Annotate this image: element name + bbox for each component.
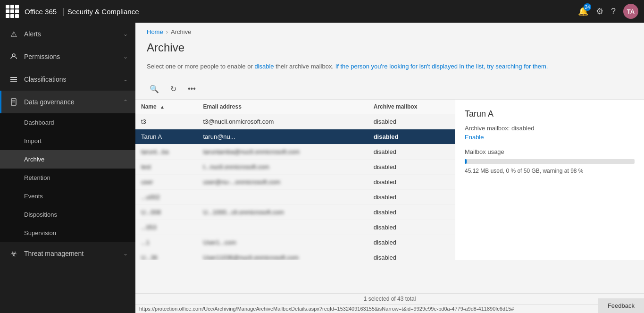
breadcrumb-home-link[interactable]: Home: [147, 28, 163, 35]
cell-email: user@nu-...onmicrosoft.com: [198, 174, 368, 189]
cell-archive: disabled: [368, 129, 455, 144]
detail-panel: Tarun A Archive mailbox: disabled Enable…: [455, 100, 644, 260]
sidebar-subitem-events[interactable]: Events: [0, 187, 135, 205]
table-row[interactable]: t3t3@nucll.onmicrosoft.comdisabled: [135, 114, 455, 129]
search-help-link[interactable]: If the person you're looking for isn't d…: [335, 63, 548, 70]
sidebar-subitem-import[interactable]: Import: [0, 132, 135, 150]
notification-count: 24: [584, 3, 591, 11]
table-row[interactable]: U...008U...1000...cll.onmicrosoft.comdis…: [135, 204, 455, 220]
breadcrumb-separator: ›: [166, 28, 168, 35]
alert-icon: ⚠: [9, 29, 18, 39]
status-text: 1 selected of 43 total: [364, 296, 416, 302]
col-email[interactable]: Email address: [198, 100, 368, 114]
description-middle: their archive mailbox.: [276, 63, 334, 70]
cell-archive: disabled: [368, 204, 455, 220]
sidebar-subitem-dispositions[interactable]: Dispositions: [0, 205, 135, 224]
sidebar-item-classifications[interactable]: Classifications ⌄: [0, 68, 135, 91]
col-name[interactable]: Name ▲: [135, 100, 198, 114]
notifications-button[interactable]: 🔔 24: [578, 6, 588, 17]
table-row[interactable]: Tarun Atarun@nu...disabled: [135, 129, 455, 144]
cell-archive: disabled: [368, 189, 455, 204]
search-button[interactable]: 🔍: [147, 83, 162, 95]
table-row[interactable]: ...1User1...comdisabled: [135, 235, 455, 250]
sidebar-item-permissions[interactable]: Permissions ⌄: [0, 45, 135, 68]
more-button[interactable]: •••: [185, 83, 199, 95]
cell-name: ...053: [135, 220, 198, 235]
permissions-icon: [9, 52, 18, 61]
sidebar-item-data-governance[interactable]: Data governance ⌃: [0, 91, 135, 113]
help-button[interactable]: ?: [611, 7, 616, 17]
archive-table: Name ▲ Email address Archive mailbox: [135, 100, 455, 260]
waffle-button[interactable]: [6, 5, 19, 18]
cell-name: U...008: [135, 204, 198, 220]
sort-icon: ▲: [160, 104, 165, 110]
refresh-button[interactable]: ↻: [167, 83, 179, 95]
page-description: Select one or more people to enable or d…: [135, 62, 644, 79]
chevron-down-icon: ⌄: [123, 31, 128, 37]
cell-email: tarun@nu...: [198, 129, 368, 144]
cell-archive: disabled: [368, 114, 455, 129]
toolbar: 🔍 ↻ •••: [135, 79, 644, 100]
chevron-down-icon: ⌄: [123, 250, 128, 257]
description-start: Select one or more people to enable or: [147, 63, 253, 70]
table-row[interactable]: tarunt...bataruntamba@nucll.onmicrosoft.…: [135, 144, 455, 159]
sidebar-subitem-retention[interactable]: Retention: [0, 169, 135, 187]
product-name: Security & Compliance: [67, 8, 139, 16]
table-row[interactable]: ...053disabled: [135, 220, 455, 235]
detail-archive-status: Archive mailbox: disabled: [465, 125, 635, 132]
chevron-down-icon: ⌄: [123, 53, 128, 60]
content-scroll: Home › Archive Archive Select one or mor…: [135, 23, 644, 293]
sidebar-item-threat-management[interactable]: ☣ Threat management ⌄: [0, 242, 135, 265]
breadcrumb: Home › Archive: [135, 23, 644, 37]
sidebar-subitem-supervision[interactable]: Supervision: [0, 224, 135, 242]
cell-email: User1...com: [198, 235, 368, 250]
topbar-right: 🔔 24 ⚙ ? TA: [578, 4, 638, 19]
table-detail-container: Name ▲ Email address Archive mailbox: [135, 100, 644, 260]
table-row[interactable]: ...u002disabled: [135, 189, 455, 204]
classifications-icon: [9, 75, 18, 84]
cell-archive: disabled: [368, 144, 455, 159]
svg-rect-2: [10, 79, 17, 80]
avatar[interactable]: TA: [623, 4, 638, 19]
cell-archive: disabled: [368, 159, 455, 174]
svg-point-0: [12, 54, 15, 57]
cell-archive: disabled: [368, 220, 455, 235]
cell-email: t...nucll.onmicrosoft.com: [198, 159, 368, 174]
feedback-button[interactable]: Feedback: [598, 298, 644, 313]
sidebar-subitem-archive[interactable]: Archive: [0, 150, 135, 169]
detail-name: Tarun A: [465, 109, 635, 119]
sidebar-item-alerts[interactable]: ⚠ Alerts ⌄: [0, 23, 135, 45]
cell-name: U...36: [135, 250, 198, 260]
breadcrumb-current: Archive: [171, 28, 191, 35]
col-archive[interactable]: Archive mailbox: [368, 100, 455, 114]
cell-name: ...1: [135, 235, 198, 250]
threat-icon: ☣: [9, 249, 18, 258]
table-row[interactable]: testt...nucll.onmicrosoft.comdisabled: [135, 159, 455, 174]
settings-button[interactable]: ⚙: [596, 6, 603, 17]
cell-name: tarunt...ba: [135, 144, 198, 159]
cell-email: taruntamba@nucll.onmicrosoft.com: [198, 144, 368, 159]
mailbox-bar-fill: [465, 159, 467, 164]
cell-archive: disabled: [368, 174, 455, 189]
url-bar: https://protection.office.com/Ucc/Archiv…: [135, 304, 644, 313]
enable-link[interactable]: Enable: [465, 134, 635, 141]
cell-email: User11036@nucll.onmicrosoft.com: [198, 250, 368, 260]
cell-name: t3: [135, 114, 198, 129]
cell-name: test: [135, 159, 198, 174]
cell-email: [198, 189, 368, 204]
topbar-separator: |: [62, 7, 65, 17]
sidebar-subitem-dashboard[interactable]: Dashboard: [0, 113, 135, 132]
table-row[interactable]: U...36User11036@nucll.onmicrosoft.comdis…: [135, 250, 455, 260]
cell-email: U...1000...cll.onmicrosoft.com: [198, 204, 368, 220]
cell-name: user: [135, 174, 198, 189]
data-governance-icon: [9, 97, 18, 107]
disable-link[interactable]: disable: [254, 63, 274, 70]
content-area: Home › Archive Archive Select one or mor…: [135, 23, 644, 313]
table-row[interactable]: useruser@nu-...onmicrosoft.comdisabled: [135, 174, 455, 189]
chevron-down-icon: ⌄: [123, 76, 128, 83]
page-title: Archive: [135, 37, 644, 62]
mailbox-usage-bar: [465, 159, 635, 164]
main-layout: ⚠ Alerts ⌄ Permissions ⌄ Classifications…: [0, 23, 644, 313]
data-governance-subitems: Dashboard Import Archive Retention Event…: [0, 113, 135, 242]
cell-archive: disabled: [368, 235, 455, 250]
